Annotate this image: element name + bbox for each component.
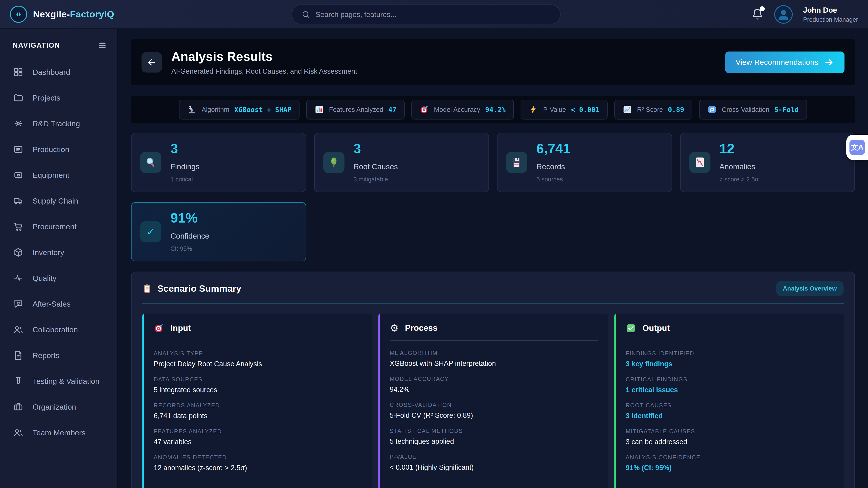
summary-column-process: ⚙ Process ML ALGORITHMXGBoost with SHAP … <box>378 314 608 488</box>
magnifier-icon <box>140 152 161 173</box>
stat-card-confidence: ✓ 91% Confidence CI: 95% <box>131 202 306 261</box>
summary-divider <box>143 303 844 304</box>
stat-card-anomalies: 12 Anomalies z-score > 2.5σ <box>680 133 855 192</box>
sidebar-item-production[interactable]: Production <box>0 136 117 162</box>
brand[interactable]: Nexgile-FactoryIQ <box>0 6 114 23</box>
sidebar-item-organization[interactable]: Organization <box>0 394 117 420</box>
sidebar-item-dashboard[interactable]: Dashboard <box>0 59 117 85</box>
sidebar-item-label: Team Members <box>33 428 86 437</box>
back-button[interactable] <box>142 52 162 72</box>
search-input[interactable] <box>315 10 551 19</box>
stat-card-records: 6,741 Records 5 sources <box>497 133 672 192</box>
stat-sub: 3 mitigatable <box>353 176 398 183</box>
sidebar-collapse-icon[interactable] <box>98 41 107 50</box>
avatar[interactable] <box>774 5 793 24</box>
stat-card-findings: 3 Findings 1 critical <box>131 133 306 192</box>
bar-chart-icon <box>314 105 324 114</box>
sidebar-item-testing-validation[interactable]: Testing & Validation <box>0 368 117 394</box>
analysis-overview-badge[interactable]: Analysis Overview <box>776 281 844 296</box>
stat-value: 3 <box>353 142 398 156</box>
sidebar-item-after-sales[interactable]: After-Sales <box>0 291 117 317</box>
summary-column-output: Output FINDINGS IDENTIFIED3 key findings… <box>614 314 844 488</box>
arrow-right-icon <box>824 57 834 67</box>
stat-cards-row: 3 Findings 1 critical 3 Root Causes 3 mi… <box>131 133 855 192</box>
search-icon <box>302 10 310 19</box>
stat-label: Findings <box>170 162 199 171</box>
translate-icon: 文A <box>849 140 865 155</box>
column-title: Output <box>643 324 670 333</box>
check-square-icon <box>626 323 636 333</box>
test-tube-icon <box>13 376 24 386</box>
sidebar-item-label: Organization <box>33 402 76 412</box>
gear-icon: ⚙ <box>390 323 399 333</box>
chat-icon <box>13 299 24 309</box>
spark-icon <box>13 119 24 129</box>
chip-cross-validation: Cross-Validation 5-Fold <box>699 100 807 120</box>
target-icon <box>420 105 429 114</box>
sidebar-item-label: Procurement <box>33 222 76 231</box>
global-search[interactable] <box>291 4 561 24</box>
sidebar-item-projects[interactable]: Projects <box>0 85 117 111</box>
model-meta-bar: Algorithm XGBoost + SHAP Features Analyz… <box>131 96 855 123</box>
microscope-icon <box>187 105 197 114</box>
sidebar-item-procurement[interactable]: Procurement <box>0 214 117 239</box>
column-title: Process <box>405 323 437 333</box>
page-title: Analysis Results <box>171 49 357 64</box>
folder-icon <box>13 93 24 103</box>
stat-value: 12 <box>719 142 758 156</box>
sidebar-item-label: Dashboard <box>33 68 70 76</box>
cart-icon <box>13 221 24 232</box>
target-icon <box>154 323 164 333</box>
check-icon: ✓ <box>140 221 161 242</box>
sidebar-item-label: Collaboration <box>33 325 78 334</box>
translate-extension-button[interactable]: 文A <box>846 135 868 160</box>
stat-card-root-causes: 3 Root Causes 3 mitigatable <box>314 133 489 192</box>
sidebar-title: NAVIGATION <box>13 41 60 50</box>
notifications-button[interactable] <box>751 8 764 21</box>
sidebar-item-label: Supply Chain <box>33 197 78 205</box>
sidebar-item-label: Inventory <box>33 248 64 257</box>
stat-value: 6,741 <box>536 142 570 156</box>
stat-value: 91% <box>170 211 209 225</box>
stat-sub: 5 sources <box>536 176 570 183</box>
users-icon <box>13 324 24 335</box>
sidebar-item-supply-chain[interactable]: Supply Chain <box>0 188 117 214</box>
chip-accuracy: Model Accuracy 94.2% <box>411 100 514 120</box>
sidebar-item-reports[interactable]: Reports <box>0 343 117 368</box>
stat-value: 3 <box>170 142 199 156</box>
chip-features: Features Analyzed 47 <box>306 100 404 120</box>
sidebar-item-label: R&D Tracking <box>33 119 80 128</box>
stat-sub: 1 critical <box>170 176 199 183</box>
stat-label: Records <box>536 162 570 171</box>
floppy-disk-icon <box>506 152 527 173</box>
main-content: Analysis Results AI-Generated Findings, … <box>118 29 868 488</box>
chart-down-icon <box>689 152 710 173</box>
top-navbar: Nexgile-FactoryIQ John Doe Production Ma <box>0 0 868 29</box>
sidebar-item-equipment[interactable]: Equipment <box>0 162 117 188</box>
summary-title: Scenario Summary <box>157 283 241 294</box>
lightning-icon <box>529 105 538 114</box>
column-title: Input <box>170 324 191 333</box>
stat-sub: z-score > 2.5σ <box>719 176 758 183</box>
tree-icon <box>323 152 344 173</box>
sidebar-item-inventory[interactable]: Inventory <box>0 239 117 265</box>
sidebar-item-collaboration[interactable]: Collaboration <box>0 317 117 343</box>
briefcase-icon <box>13 402 24 412</box>
sidebar-item-label: After-Sales <box>33 300 70 308</box>
sidebar-item-label: Quality <box>33 274 57 283</box>
stat-sub: CI: 95% <box>170 246 209 252</box>
user-role: Production Manager <box>803 16 858 23</box>
machine-icon <box>13 170 24 180</box>
chip-algorithm: Algorithm XGBoost + SHAP <box>179 100 300 120</box>
view-recommendations-button[interactable]: View Recommendations <box>725 52 844 73</box>
brand-title: Nexgile-FactoryIQ <box>33 9 114 20</box>
sidebar-item-team-members[interactable]: Team Members <box>0 420 117 446</box>
stat-label: Anomalies <box>719 162 758 171</box>
summary-column-input: Input ANALYSIS TYPEProject Delay Root Ca… <box>143 314 372 488</box>
sidebar-item-rnd-tracking[interactable]: R&D Tracking <box>0 111 117 136</box>
sidebar-item-quality[interactable]: Quality <box>0 265 117 291</box>
users-icon <box>13 427 24 438</box>
package-icon <box>13 247 24 258</box>
stat-label: Confidence <box>170 232 209 240</box>
truck-icon <box>13 196 24 206</box>
